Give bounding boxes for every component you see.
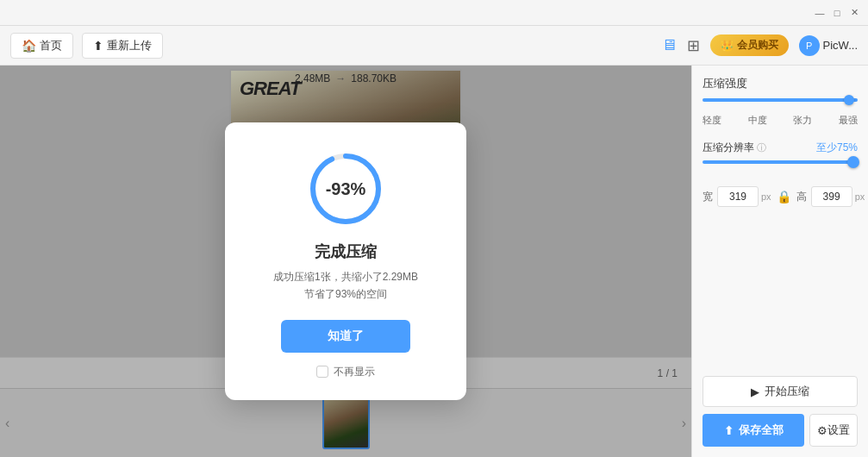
quality-value: 至少75% [816,141,858,155]
right-panel: 压缩强度 轻度 中度 张力 最强 压缩分辨率 ⓘ 至少75% [691,66,868,457]
upload-icon: ⬆ [93,39,103,53]
monitor-icon[interactable]: 🖥 [661,36,677,54]
modal-overlay: -93% 完成压缩 成功压缩1张，共缩小了2.29MB 节省了93%的空间 知道… [0,66,691,457]
quality-slider-track[interactable] [703,160,858,164]
topnav-right: 🖥 ⊞ 👑 会员购买 P PicW... [661,34,858,56]
start-compress-button[interactable]: ▶ 开始压缩 [703,376,858,407]
modal-desc-line2: 节省了93%的空间 [304,288,387,300]
main-layout: 2.48MB → 188.70KB GREAT ↺ ⊖ 100% ⊕ ⛶ 1 [0,66,868,457]
titlebar: — □ ✕ [0,0,868,26]
quality-info-icon[interactable]: ⓘ [757,141,766,154]
height-group: 高 px [796,186,865,207]
home-button[interactable]: 🏠 首页 [10,33,73,59]
height-input[interactable] [811,186,852,207]
user-initial: P [806,41,812,51]
start-icon: ▶ [751,385,759,398]
strength-slider-thumb[interactable] [844,95,854,105]
home-label: 首页 [40,38,62,53]
user-label: PicW... [823,39,858,52]
progress-percent: -93% [326,179,366,199]
quality-title-row: 压缩分辨率 ⓘ 至少75% [703,141,858,155]
lock-icon[interactable]: 🔒 [777,190,791,203]
width-group: 宽 px [703,186,771,207]
level-strong: 张力 [793,114,812,127]
quality-slider-thumb[interactable] [847,156,859,168]
no-show-checkbox[interactable] [316,366,328,378]
close-button[interactable]: ✕ [847,6,861,20]
width-unit: px [761,191,771,202]
settings-icon: ⚙ [817,424,827,437]
level-max: 最强 [839,114,858,127]
width-input[interactable] [717,186,759,207]
vip-label: 会员购买 [737,38,778,53]
save-all-button[interactable]: ⬆ 保存全部 [703,414,804,447]
canvas-area: 2.48MB → 188.70KB GREAT ↺ ⊖ 100% ⊕ ⛶ 1 [0,66,691,457]
save-label: 保存全部 [739,423,784,438]
compression-title: 压缩强度 [703,76,858,91]
quality-title: 压缩分辨率 [703,141,754,155]
compression-levels: 轻度 中度 张力 最强 [703,114,858,127]
bottom-actions: ▶ 开始压缩 ⬆ 保存全部 ⚙ 设置 [703,376,858,447]
save-row: ⬆ 保存全部 ⚙ 设置 [703,414,858,447]
modal-confirm-button[interactable]: 知道了 [281,320,410,353]
level-medium: 中度 [748,114,767,127]
grid-icon[interactable]: ⊞ [687,36,700,55]
width-label: 宽 [703,190,715,204]
upload-label: 重新上传 [107,38,152,53]
strength-slider-fill [703,98,858,102]
maximize-button[interactable]: □ [830,6,844,20]
modal-title: 完成压缩 [315,241,377,262]
save-icon: ⬆ [724,424,734,437]
strength-slider-track[interactable] [703,98,858,102]
settings-label: 设置 [827,423,850,438]
top-navigation: 🏠 首页 ⬆ 重新上传 🖥 ⊞ 👑 会员购买 P PicW... [0,26,868,66]
modal-checkbox-row: 不再显示 [316,365,375,379]
avatar: P [799,35,820,56]
vip-button[interactable]: 👑 会员购买 [710,34,789,56]
completion-modal: -93% 完成压缩 成功压缩1张，共缩小了2.29MB 节省了93%的空间 知道… [225,122,466,399]
start-label: 开始压缩 [765,384,809,399]
no-show-label: 不再显示 [334,365,375,379]
upload-button[interactable]: ⬆ 重新上传 [82,33,163,59]
vip-icon: 👑 [721,40,734,52]
dimension-row: 宽 px 🔒 高 px [703,186,858,207]
modal-description: 成功压缩1张，共缩小了2.29MB 节省了93%的空间 [273,269,418,302]
user-button[interactable]: P PicW... [799,35,858,56]
modal-desc-line1: 成功压缩1张，共缩小了2.29MB [273,271,418,283]
level-light: 轻度 [703,114,721,127]
progress-circle: -93% [307,150,384,228]
minimize-button[interactable]: — [813,6,827,20]
settings-button[interactable]: ⚙ 设置 [809,414,858,447]
quality-section: 压缩分辨率 ⓘ 至少75% [703,141,858,176]
compression-section: 压缩强度 轻度 中度 张力 最强 [703,76,858,130]
home-icon: 🏠 [22,39,36,53]
height-label: 高 [796,190,809,204]
height-unit: px [855,191,865,202]
